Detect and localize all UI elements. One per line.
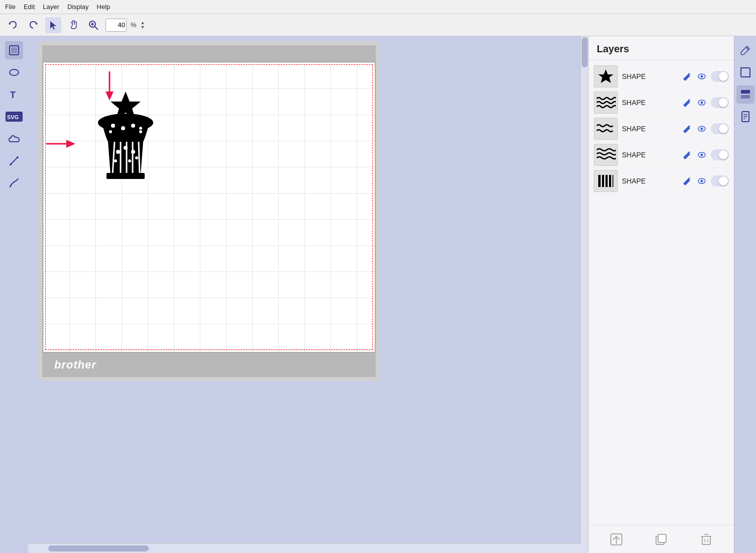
canvas-scrollbar-horizontal[interactable] — [28, 543, 580, 553]
layer-edit-btn-4[interactable] — [681, 149, 693, 161]
layer-visibility-btn-4[interactable] — [696, 149, 708, 161]
paper-container: brother — [38, 41, 380, 381]
layer-toggle-5[interactable] — [711, 175, 729, 187]
menu-file[interactable]: File — [5, 3, 16, 11]
svg-text:T: T — [10, 90, 16, 100]
svg-rect-65 — [741, 95, 750, 99]
menubar: File Edit Layer Display Help — [0, 0, 756, 14]
add-to-canvas-button[interactable] — [607, 530, 625, 548]
layer-label-3: SHAPE — [622, 125, 677, 133]
layer-actions-5 — [681, 175, 729, 187]
layer-label-4: SHAPE — [622, 151, 677, 159]
layer-row[interactable]: SHAPE — [589, 63, 734, 89]
scroll-corner — [580, 543, 588, 553]
layer-thumbnail-2 — [594, 91, 618, 114]
svg-rect-63 — [741, 68, 750, 77]
paper-workspace[interactable] — [42, 61, 376, 353]
layers-panel-bottom — [589, 525, 734, 553]
layer-edit-btn-2[interactable] — [681, 97, 693, 109]
canvas-area: brother — [28, 36, 588, 553]
layer-label-2: SHAPE — [622, 99, 677, 107]
layer-toggle-3[interactable] — [711, 123, 729, 134]
paint-brush-button[interactable] — [736, 41, 754, 59]
layer-visibility-btn-5[interactable] — [696, 175, 708, 187]
layers-view-button[interactable] — [736, 85, 754, 104]
svg-marker-16 — [66, 140, 75, 148]
layers-panel-button[interactable] — [5, 41, 23, 59]
layer-visibility-btn-3[interactable] — [696, 123, 708, 135]
svg-import-button[interactable]: SVG — [5, 108, 23, 126]
canvas-scroll-area[interactable]: brother — [28, 36, 588, 553]
layer-label-5: SHAPE — [622, 177, 677, 185]
layer-toggle-1[interactable] — [711, 71, 729, 82]
layer-edit-btn-1[interactable] — [681, 70, 693, 82]
menu-layer[interactable]: Layer — [43, 3, 59, 11]
svg-point-37 — [135, 156, 138, 159]
layer-row[interactable]: SHAPE — [589, 168, 734, 194]
layer-toggle-knob-3 — [719, 124, 728, 133]
layer-label-1: SHAPE — [622, 72, 677, 80]
svg-marker-38 — [598, 69, 613, 83]
layer-visibility-btn-2[interactable] — [696, 97, 708, 109]
svg-point-40 — [701, 75, 703, 77]
svg-rect-64 — [741, 90, 750, 94]
pen-tool-button[interactable] — [5, 174, 23, 192]
layer-row[interactable]: SHAPE — [589, 142, 734, 168]
delete-button[interactable] — [697, 530, 715, 548]
select-tool-button[interactable] — [45, 17, 61, 33]
svg-line-1 — [95, 27, 98, 30]
toolbar: % ▲ ▼ — [0, 14, 756, 36]
right-arrow-indicator — [46, 137, 76, 154]
layers-panel-title: Layers — [589, 36, 734, 60]
svg-rect-56 — [658, 534, 666, 542]
svg-rect-31 — [106, 173, 145, 179]
oval-tool-button[interactable] — [5, 63, 23, 81]
svg-rect-47 — [598, 175, 613, 187]
paper-header — [42, 45, 376, 61]
scrollbar-thumb-horizontal[interactable] — [48, 545, 149, 551]
layer-toggle-4[interactable] — [711, 149, 729, 160]
paper: brother — [38, 41, 380, 381]
layer-actions-1 — [681, 70, 729, 82]
layer-thumbnail-5 — [594, 170, 618, 192]
svg-point-42 — [701, 101, 703, 104]
zoom-tool-button[interactable] — [85, 17, 101, 33]
layer-row[interactable]: SHAPE — [589, 89, 734, 116]
cloud-tool-button[interactable] — [5, 130, 23, 148]
duplicate-button[interactable] — [652, 530, 670, 548]
layer-edit-btn-5[interactable] — [681, 175, 693, 187]
svg-point-33 — [124, 146, 128, 150]
scrollbar-thumb-vertical[interactable] — [582, 37, 588, 67]
svg-text:SVG: SVG — [7, 114, 19, 120]
layer-toggle-knob-2 — [719, 98, 728, 107]
zoom-input[interactable] — [105, 19, 127, 32]
layer-actions-4 — [681, 149, 729, 161]
layer-actions-2 — [681, 97, 729, 109]
resize-button[interactable] — [736, 63, 754, 81]
layer-row[interactable]: SHAPE — [589, 116, 734, 142]
undo-button[interactable] — [5, 17, 21, 33]
menu-display[interactable]: Display — [67, 3, 89, 11]
layer-edit-btn-3[interactable] — [681, 123, 693, 135]
line-tool-button[interactable] — [5, 152, 23, 170]
canvas-scrollbar-vertical[interactable] — [580, 36, 588, 543]
cupcake-image — [75, 86, 176, 202]
menu-help[interactable]: Help — [97, 3, 111, 11]
text-tool-button[interactable]: T — [5, 85, 23, 104]
right-tool-strip — [734, 36, 756, 553]
zoom-down-arrow[interactable]: ▼ — [141, 25, 145, 30]
svg-point-46 — [701, 153, 703, 156]
layer-toggle-knob-1 — [719, 72, 728, 81]
layer-thumbnail-1 — [594, 65, 618, 87]
document-button[interactable] — [736, 108, 754, 126]
redo-button[interactable] — [25, 17, 41, 33]
menu-edit[interactable]: Edit — [24, 3, 35, 11]
svg-point-36 — [128, 159, 131, 162]
layer-thumbnail-3 — [594, 118, 618, 140]
layer-toggle-2[interactable] — [711, 97, 729, 108]
svg-line-30 — [139, 142, 140, 174]
zoom-spinner[interactable]: ▲ ▼ — [141, 21, 145, 30]
hand-tool-button[interactable] — [65, 17, 81, 33]
layer-visibility-btn-1[interactable] — [696, 70, 708, 82]
svg-point-18 — [122, 105, 130, 113]
